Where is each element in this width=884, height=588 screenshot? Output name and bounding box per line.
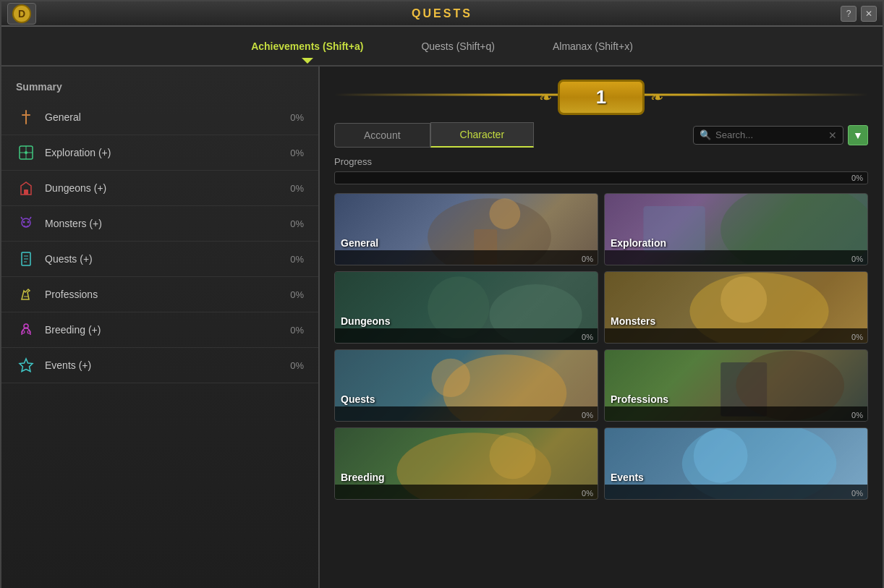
card-breeding[interactable]: Breeding 0%	[334, 427, 598, 500]
card-professions[interactable]: Professions 0%	[604, 349, 868, 422]
search-clear-icon[interactable]: ✕	[828, 129, 837, 141]
sidebar-label-breeding: Breeding (+)	[45, 324, 290, 336]
achievement-grid: General 0% Exploration	[320, 193, 883, 514]
sidebar-icon-events	[16, 355, 36, 375]
card-label-quests: Quests	[341, 393, 375, 405]
svg-marker-22	[20, 359, 33, 372]
card-progress-bg-exploration: 0%	[605, 250, 867, 265]
svg-point-43	[490, 433, 536, 479]
card-progress-pct-monsters: 0%	[851, 333, 863, 341]
main-content: Summary General 0%	[1, 67, 883, 588]
sidebar-pct-dungeons: 0%	[290, 183, 304, 194]
progress-label: Progress	[334, 156, 868, 167]
search-container: 🔍 ✕	[693, 126, 843, 145]
window-controls: ? ✕	[841, 6, 877, 22]
sidebar-item-quests[interactable]: Quests (+) 0%	[1, 242, 318, 277]
tab-achievements[interactable]: Achievements (Shift+a)	[237, 35, 378, 58]
sidebar-pct-exploration: 0%	[290, 148, 304, 158]
sidebar-item-exploration[interactable]: Exploration (+) 0%	[1, 135, 318, 171]
card-label-exploration: Exploration	[611, 237, 666, 249]
card-label-events: Events	[611, 472, 644, 483]
sidebar-label-exploration: Exploration (+)	[45, 147, 290, 158]
card-progress-pct-dungeons: 0%	[582, 333, 593, 341]
card-label-dungeons: Dungeons	[341, 315, 390, 327]
sidebar-icon-dungeons	[16, 178, 36, 198]
svg-line-13	[30, 217, 31, 219]
card-monsters[interactable]: Monsters 0%	[604, 271, 868, 344]
card-progress-pct-general: 0%	[582, 255, 593, 263]
level-value: 1	[596, 86, 606, 108]
sidebar-label-professions: Professions	[45, 289, 290, 300]
card-dungeons[interactable]: Dungeons 0%	[334, 271, 598, 344]
sidebar-item-breeding[interactable]: Breeding (+) 0%	[1, 312, 318, 348]
sidebar-item-monsters[interactable]: Monsters (+) 0%	[1, 206, 318, 242]
sidebar-label-dungeons: Dungeons (+)	[45, 182, 290, 194]
svg-text:D: D	[18, 8, 25, 20]
card-exploration[interactable]: Exploration 0%	[604, 193, 868, 265]
right-panel: ❧ 1 ❧ Account Character 🔍 ✕ ▼	[320, 67, 883, 588]
sidebar-item-events[interactable]: Events (+) 0%	[1, 348, 318, 383]
sidebar-pct-monsters: 0%	[290, 218, 304, 229]
svg-point-11	[27, 221, 30, 223]
tab-bar: Achievements (Shift+a) Quests (Shift+q) …	[1, 27, 883, 67]
sidebar-label-quests: Quests (+)	[45, 253, 290, 265]
sub-tab-character[interactable]: Character	[430, 122, 534, 148]
svg-rect-3	[22, 114, 30, 116]
logo-icon: D	[7, 3, 36, 25]
card-progress-pct-events: 0%	[851, 489, 863, 498]
progress-pct: 0%	[851, 174, 863, 182]
filter-button[interactable]: ▼	[848, 125, 868, 145]
card-general[interactable]: General 0%	[334, 193, 598, 265]
svg-point-24	[490, 198, 521, 229]
card-progress-bg-professions: 0%	[605, 406, 867, 421]
svg-point-34	[721, 276, 767, 323]
sidebar-summary-label: Summary	[1, 74, 318, 100]
svg-point-46	[694, 429, 748, 483]
sidebar-icon-professions	[16, 284, 36, 304]
level-badge: 1	[558, 80, 645, 115]
svg-point-21	[27, 331, 30, 333]
title-bar: D QUESTS ? ✕	[1, 1, 883, 27]
sidebar-pct-general: 0%	[290, 112, 304, 123]
sidebar-pct-professions: 0%	[290, 289, 304, 300]
card-progress-bg-dungeons: 0%	[335, 328, 598, 343]
card-progress-pct-breeding: 0%	[582, 489, 593, 498]
svg-point-9	[22, 218, 30, 227]
card-label-monsters: Monsters	[611, 315, 655, 327]
svg-point-7	[25, 151, 27, 154]
tab-almanax[interactable]: Almanax (Shift+x)	[538, 35, 647, 58]
sidebar-label-general: General	[45, 111, 290, 123]
search-input[interactable]	[715, 129, 824, 140]
svg-point-37	[431, 359, 469, 397]
search-icon: 🔍	[700, 129, 711, 140]
card-progress-pct-quests: 0%	[582, 411, 593, 419]
card-label-general: General	[341, 237, 378, 249]
svg-rect-8	[24, 189, 28, 195]
progress-section: Progress 0%	[320, 156, 883, 193]
help-button[interactable]: ?	[841, 6, 857, 22]
sidebar-label-monsters: Monsters (+)	[45, 218, 290, 229]
sidebar: Summary General 0%	[1, 67, 320, 588]
main-window: D QUESTS ? ✕ Achievements (Shift+a) Ques…	[0, 0, 884, 588]
svg-point-10	[23, 221, 25, 223]
sub-tabs: Account Character 🔍 ✕ ▼	[320, 122, 883, 148]
tab-quests[interactable]: Quests (Shift+q)	[407, 35, 509, 58]
sub-tab-account[interactable]: Account	[334, 123, 430, 148]
sidebar-item-professions[interactable]: Professions 0%	[1, 277, 318, 312]
card-progress-bg-breeding: 0%	[335, 485, 598, 499]
sidebar-item-general[interactable]: General 0%	[1, 100, 318, 135]
sidebar-pct-events: 0%	[290, 360, 304, 371]
close-button[interactable]: ✕	[861, 6, 877, 22]
card-progress-pct-exploration: 0%	[851, 255, 863, 263]
card-events[interactable]: Events 0%	[604, 427, 868, 500]
sidebar-icon-general	[16, 107, 36, 127]
card-progress-bg-events: 0%	[605, 485, 867, 499]
card-progress-bg-monsters: 0%	[605, 328, 867, 343]
card-progress-bg-general: 0%	[335, 250, 598, 265]
card-quests[interactable]: Quests 0%	[334, 349, 598, 422]
sidebar-pct-quests: 0%	[290, 254, 304, 265]
sidebar-icon-monsters	[16, 213, 36, 234]
svg-rect-2	[25, 110, 27, 124]
card-progress-pct-professions: 0%	[851, 411, 863, 419]
sidebar-item-dungeons[interactable]: Dungeons (+) 0%	[1, 171, 318, 206]
